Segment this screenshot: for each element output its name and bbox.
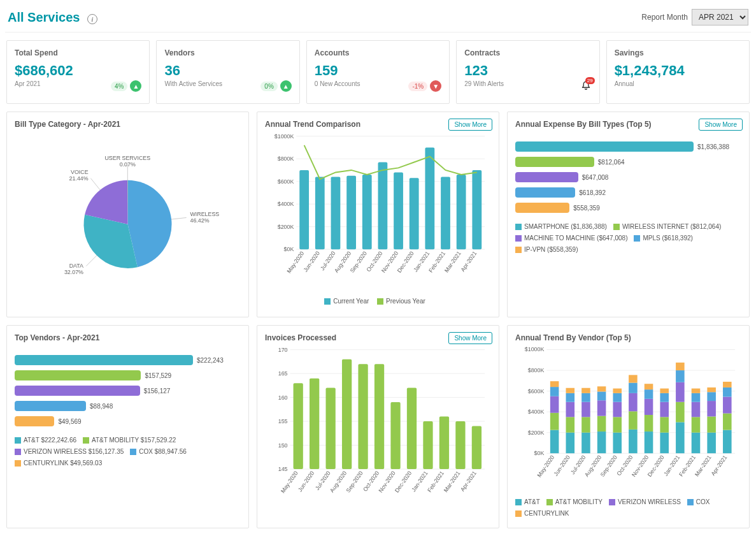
panel-invoices: Invoices Processed Show More 14515015516… [257, 325, 499, 528]
svg-rect-32 [362, 175, 372, 249]
svg-rect-99 [550, 387, 559, 396]
legend-item: WIRELESS INTERNET ($812,064) [613, 222, 721, 232]
svg-text:0.07%: 0.07% [120, 161, 136, 168]
info-icon[interactable]: i [87, 14, 97, 24]
svg-text:May-2020: May-2020 [536, 454, 555, 479]
svg-rect-105 [566, 393, 575, 402]
pct-badge: 0% [260, 82, 277, 91]
svg-rect-109 [581, 417, 590, 432]
svg-rect-164 [723, 397, 732, 414]
kpi-sub: Annual [615, 80, 741, 87]
svg-rect-148 [676, 363, 685, 370]
pct-badge: -1% [408, 82, 427, 91]
svg-text:21.44%: 21.44% [69, 175, 89, 182]
svg-text:$1000K: $1000K [525, 346, 545, 352]
svg-rect-82 [472, 426, 481, 469]
svg-rect-98 [550, 396, 559, 413]
hbar-row: $647,008 [515, 172, 741, 182]
hbar-row: $1,836,388 [515, 141, 741, 152]
kpi-value: $686,602 [15, 62, 141, 79]
svg-rect-158 [707, 401, 716, 416]
svg-text:$600K: $600K [278, 178, 294, 185]
report-month-label: Report Month [641, 13, 688, 22]
show-more-button[interactable]: Show More [448, 119, 492, 131]
divider [5, 32, 751, 33]
svg-line-3 [86, 256, 97, 266]
svg-text:May-2020: May-2020 [280, 470, 299, 494]
svg-rect-132 [645, 431, 653, 453]
svg-rect-62 [310, 379, 319, 469]
svg-rect-162 [723, 430, 732, 454]
svg-rect-126 [629, 430, 638, 453]
svg-rect-46 [472, 170, 481, 249]
svg-text:$0K: $0K [534, 450, 545, 456]
show-more-button[interactable]: Show More [448, 332, 492, 344]
svg-rect-70 [374, 364, 384, 469]
svg-rect-80 [455, 421, 465, 469]
svg-text:32.07%: 32.07% [64, 269, 83, 275]
legend-item: SMARTPHONE ($1,836,388) [515, 222, 607, 232]
svg-rect-165 [723, 387, 732, 397]
svg-rect-159 [707, 392, 716, 401]
svg-text:$800K: $800K [278, 156, 294, 162]
hbar-row: $49,569 [15, 416, 241, 426]
svg-rect-133 [645, 415, 653, 431]
kpi-vendors[interactable]: Vendors 36 With Active Services 0% ▲ [156, 40, 299, 104]
stacked-bar-chart: $0K$200K$400K$600K$800K$1000KMay-2020Jun… [515, 342, 741, 495]
legend-item: IP-VPN ($558,359) [515, 245, 578, 255]
bell-icon[interactable]: 29 [580, 80, 592, 92]
svg-rect-38 [410, 178, 419, 249]
svg-rect-130 [629, 375, 638, 382]
hbar-row: $88,948 [15, 401, 241, 411]
svg-rect-120 [613, 433, 622, 454]
kpi-savings[interactable]: Savings $1,243,784 Annual [606, 40, 750, 104]
svg-rect-34 [378, 162, 388, 249]
svg-text:Mar-2021: Mar-2021 [443, 470, 462, 493]
svg-text:$200K: $200K [528, 430, 545, 436]
bar-chart: 145150155160165170May-2020Jun-2020Jul-20… [265, 342, 491, 508]
svg-text:$200K: $200K [278, 224, 294, 230]
hbar-chart: $1,836,388$812,064$647,008$618,392$558,3… [515, 141, 741, 213]
svg-text:155: 155 [278, 418, 288, 424]
kpi-accounts[interactable]: Accounts 159 0 New Accounts -1% ▼ [306, 40, 450, 104]
svg-rect-78 [439, 417, 449, 469]
pct-badge: 4% [111, 82, 127, 91]
panel-title: Bill Type Category - Apr-2021 [15, 120, 241, 129]
svg-rect-128 [629, 393, 638, 411]
legend-item: COX [687, 497, 710, 507]
svg-rect-127 [629, 411, 638, 429]
kpi-total-spend[interactable]: Total Spend $686,602 Apr 2021 4% ▲ [6, 40, 150, 104]
kpi-label: Accounts [315, 48, 441, 57]
svg-text:$400K: $400K [278, 201, 294, 207]
legend-item: AT&T [515, 497, 540, 507]
svg-text:$1000K: $1000K [275, 133, 294, 140]
legend-item: AT&T $222,242.66 [15, 435, 76, 445]
report-month-dropdown[interactable]: APR 2021 [692, 9, 748, 25]
svg-text:Jun-2020: Jun-2020 [297, 470, 315, 493]
svg-rect-42 [441, 177, 450, 250]
svg-rect-135 [645, 389, 653, 399]
svg-text:VOICE: VOICE [71, 169, 89, 175]
svg-rect-123 [613, 393, 622, 402]
svg-text:Dec-2020: Dec-2020 [394, 470, 413, 493]
svg-rect-154 [692, 389, 701, 393]
chart-legend: SMARTPHONE ($1,836,388)WIRELESS INTERNET… [515, 222, 741, 256]
svg-rect-152 [692, 402, 701, 417]
svg-rect-163 [723, 414, 732, 430]
svg-rect-26 [315, 177, 325, 250]
chart-legend: AT&TAT&T MOBILITYVERIZON WIRELESSCOXCENT… [515, 497, 741, 520]
kpi-label: Total Spend [15, 48, 141, 57]
svg-rect-112 [581, 388, 590, 393]
svg-text:Jul-2020: Jul-2020 [314, 470, 332, 491]
legend-item: AT&T MOBILITY $157,529.22 [83, 435, 176, 445]
chart-legend: AT&T $222,242.66AT&T MOBILITY $157,529.2… [15, 435, 241, 470]
svg-rect-129 [629, 383, 638, 393]
svg-rect-121 [613, 417, 622, 432]
kpi-contracts[interactable]: Contracts 123 29 With Alerts 29 [456, 40, 599, 104]
svg-rect-74 [407, 388, 417, 469]
show-more-button[interactable]: Show More [699, 119, 743, 131]
legend-item: AT&T MOBILITY [546, 497, 603, 507]
panel-trend-vendor: Annual Trend By Vendor (Top 5) $0K$200K$… [507, 325, 750, 528]
hbar-row: $618,392 [515, 187, 741, 198]
svg-rect-68 [358, 364, 367, 469]
